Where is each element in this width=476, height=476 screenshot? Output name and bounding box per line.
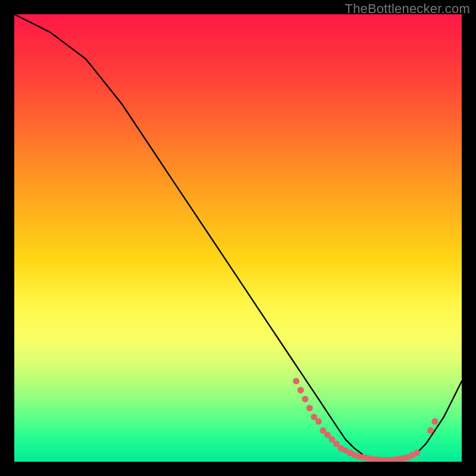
marker-point	[293, 378, 299, 384]
marker-point	[302, 396, 308, 402]
marker-point	[306, 405, 313, 411]
marker-point	[298, 387, 304, 393]
chart-container: TheBottlenecker.com	[0, 0, 476, 476]
marker-point	[427, 427, 434, 434]
plot-area	[14, 14, 462, 462]
curve-line	[14, 14, 462, 461]
marker-point	[315, 418, 322, 425]
marker-point	[414, 450, 420, 456]
attribution-text: TheBottlenecker.com	[345, 1, 470, 17]
chart-svg	[14, 14, 462, 462]
curve-markers	[293, 378, 438, 462]
marker-point	[431, 418, 438, 425]
